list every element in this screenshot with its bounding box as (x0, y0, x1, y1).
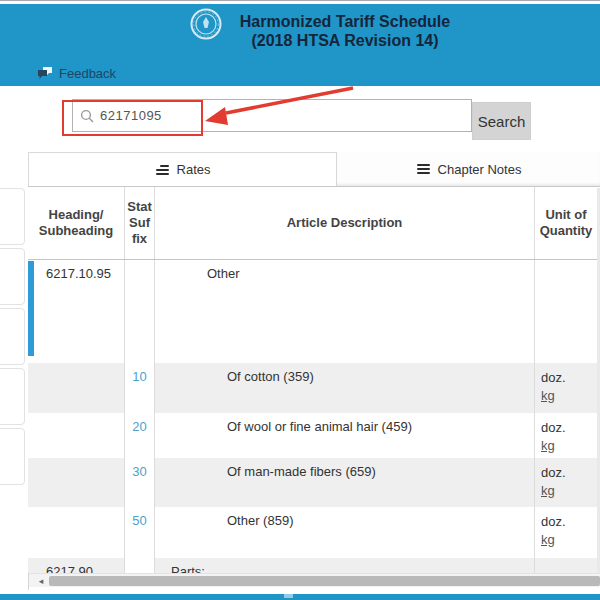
cell-heading (28, 458, 125, 507)
side-nav-item[interactable] (0, 188, 25, 245)
selected-row-indicator (28, 261, 34, 356)
table-row[interactable]: 50 Other (859) doz.kg (28, 507, 597, 558)
scroll-left-arrow-icon[interactable]: ◂ (35, 575, 47, 587)
search-input[interactable]: 62171095 (72, 99, 472, 132)
unit-kg-link[interactable]: kg (541, 388, 555, 403)
cell-stat (125, 260, 155, 363)
unit-doz: doz. (541, 420, 566, 435)
cell-stat[interactable]: 20 (125, 413, 155, 458)
feedback-speech-bubble-icon (38, 67, 53, 80)
side-nav-item[interactable] (0, 368, 25, 425)
cell-stat[interactable]: 30 (125, 458, 155, 507)
search-icon (80, 109, 94, 123)
cell-unit (535, 558, 597, 573)
cell-unit: doz.kg (535, 413, 597, 458)
unit-doz: doz. (541, 370, 566, 385)
unit-doz: doz. (541, 514, 566, 529)
table-row[interactable]: 20 Of wool or fine animal hair (459) doz… (28, 413, 597, 458)
cell-unit: doz.kg (535, 363, 597, 413)
cell-stat[interactable]: 50 (125, 507, 155, 558)
side-nav-item[interactable] (0, 308, 25, 365)
col-stat-suffix: Stat Suf fix (125, 187, 155, 259)
tab-rates-label: Rates (177, 162, 211, 177)
search-input-value: 62171095 (100, 108, 162, 123)
cell-heading (28, 507, 125, 558)
unit-kg-link[interactable]: kg (541, 532, 555, 547)
cell-heading: 6217.10.95 (28, 260, 125, 363)
cell-heading: 6217.90 (28, 558, 125, 573)
col-article-description: Article Description (155, 187, 535, 259)
bottom-edge-notch (284, 594, 293, 598)
feedback-label: Feedback (59, 66, 116, 81)
cell-description: Of wool or fine animal hair (459) (155, 413, 535, 458)
unit-kg-link[interactable]: kg (541, 438, 555, 453)
tab-chapter-notes-label: Chapter Notes (438, 162, 522, 177)
side-nav-item[interactable] (0, 428, 25, 485)
side-nav-item[interactable] (0, 248, 25, 305)
horizontal-scrollbar[interactable]: ◂ (29, 573, 600, 587)
col-heading-subheading: Heading/ Subheading (28, 187, 125, 259)
search-button[interactable]: Search (472, 102, 531, 140)
cell-description: Other (859) (155, 507, 535, 558)
cell-description: Of cotton (359) (155, 363, 535, 413)
chapter-notes-list-icon (416, 164, 430, 174)
app-header: Harmonized Tariff Schedule (2018 HTSA Re… (0, 4, 600, 86)
page-title-line1: Harmonized Tariff Schedule (120, 12, 570, 31)
cell-stat (125, 558, 155, 573)
feedback-link[interactable]: Feedback (38, 64, 116, 82)
tab-rates[interactable]: Rates (28, 152, 337, 186)
page-title: Harmonized Tariff Schedule (2018 HTSA Re… (120, 12, 570, 50)
table-header-row: Heading/ Subheading Stat Suf fix Article… (28, 187, 597, 260)
rates-list-icon (155, 165, 169, 175)
page-title-line2: (2018 HTSA Revision 14) (120, 31, 570, 50)
unit-doz: doz. (541, 465, 566, 480)
table-row[interactable]: 10 Of cotton (359) doz.kg (28, 363, 597, 413)
cell-unit (535, 260, 597, 363)
cell-description: Parts: (155, 558, 535, 573)
table-row[interactable]: 6217.90 Parts: (28, 558, 597, 573)
unit-kg-link[interactable]: kg (541, 483, 555, 498)
tab-chapter-notes[interactable]: Chapter Notes (337, 152, 600, 186)
cell-description: Other (155, 260, 535, 363)
col-unit-of-quantity: Unit of Quantity (535, 187, 597, 259)
cell-stat[interactable]: 10 (125, 363, 155, 413)
table-row[interactable]: 6217.10.95 Other (28, 260, 597, 363)
tariff-table: Heading/ Subheading Stat Suf fix Article… (28, 187, 600, 573)
cell-description: Of man-made fibers (659) (155, 458, 535, 507)
cell-heading (28, 413, 125, 458)
table-row[interactable]: 30 Of man-made fibers (659) doz.kg (28, 458, 597, 507)
horizontal-scrollbar-thumb[interactable] (49, 576, 600, 586)
cell-heading (28, 363, 125, 413)
cell-unit: doz.kg (535, 458, 597, 507)
hts-search-page: Harmonized Tariff Schedule (2018 HTSA Re… (0, 0, 600, 600)
bottom-window-edge (0, 594, 600, 600)
cell-unit: doz.kg (535, 507, 597, 558)
tab-bar: Rates Chapter Notes (28, 152, 600, 187)
